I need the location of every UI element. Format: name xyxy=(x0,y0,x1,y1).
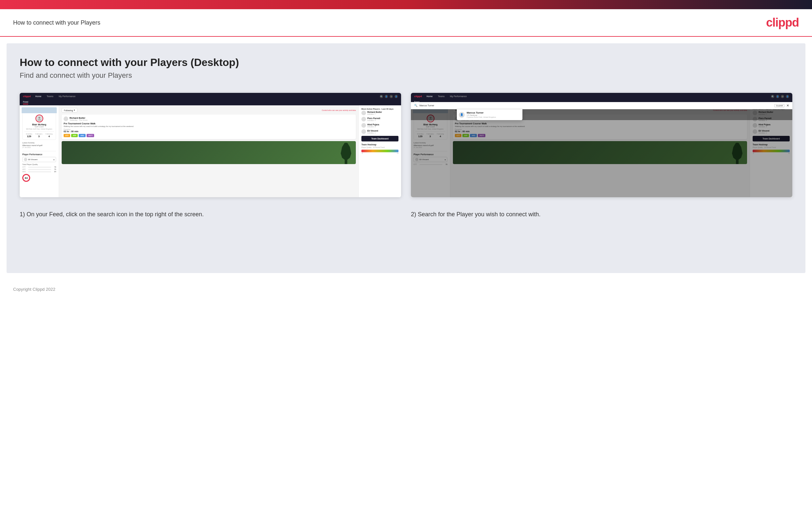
stat-followers-value: 3 xyxy=(36,135,42,138)
app-value: 70 xyxy=(52,168,56,170)
duration-value: 02 hr : 00 min xyxy=(64,130,354,133)
heatmap-label-neg: -5 xyxy=(362,153,363,154)
following-chevron: ▾ xyxy=(74,109,75,112)
desc-text-2: 2) Search for the Player you wish to con… xyxy=(411,210,792,219)
player-name-1: Richard Butler xyxy=(367,111,382,113)
following-label: Following xyxy=(64,109,73,112)
player-acts-4: Activities: 1 xyxy=(367,132,378,134)
player-dropdown[interactable]: Eli Vincent ▾ xyxy=(22,157,56,162)
control-link[interactable]: Control who can see your activity and da… xyxy=(322,109,356,111)
activity-user-info: Richard Butler Yesterday · The Grove xyxy=(69,117,88,121)
player-perf-title: Player Performance xyxy=(22,153,56,156)
nav-my-performance-2[interactable]: My Performance xyxy=(449,94,468,98)
result-info: Marcus Turner 1.5 Handicap Cypress Point… xyxy=(467,111,496,118)
nav-icons-2: 🔍 👤 ⚙ 👤 xyxy=(771,95,789,98)
search-results-container: 👤 Marcus Turner 1.5 Handicap Cypress Poi… xyxy=(411,109,792,120)
profile-stats-2: Activities129 Followers3 Following4 xyxy=(416,131,445,138)
activity-title: Pre Tournament Course Walk xyxy=(64,122,354,125)
screenshots-row: clippd Home Teams My Performance 🔍 👤 ⚙ 👤 xyxy=(20,93,792,197)
settings-icon-2[interactable]: ⚙ xyxy=(781,95,784,98)
nav-items-2: Home Teams My Performance xyxy=(425,94,768,98)
stat-activities-value: 129 xyxy=(26,135,33,138)
avatar-icon[interactable]: 👤 xyxy=(394,95,398,98)
perf-title-2: Player Performance xyxy=(414,153,447,156)
result-name: Marcus Turner xyxy=(467,111,496,114)
people-icon[interactable]: 👤 xyxy=(385,95,388,98)
clear-button[interactable]: CLEAR xyxy=(774,104,784,107)
player-avatar-2 xyxy=(362,117,366,121)
activity-name: Richard Butler xyxy=(69,117,88,119)
nav-home-2[interactable]: Home xyxy=(425,94,434,98)
profile-avatar xyxy=(36,115,43,122)
people-icon-2[interactable]: 👤 xyxy=(776,95,779,98)
search-icon-overlay: 🔍 xyxy=(414,104,418,107)
player-name-2: Piers Parnell xyxy=(367,117,380,120)
player-row: Eli Vincent xyxy=(24,158,37,161)
nav-teams-2[interactable]: Teams xyxy=(436,94,446,98)
main-heading: How to connect with your Players (Deskto… xyxy=(20,56,792,69)
nav-my-performance[interactable]: My Performance xyxy=(57,94,77,98)
arg-bar-track xyxy=(28,171,51,172)
list-item: Richard Butler Activities: 7 xyxy=(362,111,398,115)
player-avatar-1 xyxy=(362,111,366,115)
activity-avatar xyxy=(64,117,68,121)
screenshot-panel-1: clippd Home Teams My Performance 🔍 👤 ⚙ 👤 xyxy=(20,93,401,197)
stat-followers: Followers 3 xyxy=(36,133,42,138)
activity-card: Richard Butler Yesterday · The Grove Pre… xyxy=(62,115,356,139)
close-button[interactable]: ✕ xyxy=(786,104,789,107)
player-performance-section: Player Performance Eli Vincent ▾ Total P… xyxy=(22,151,56,182)
quality-label: Total Player Quality xyxy=(22,163,56,165)
ott-label: OTT xyxy=(22,166,27,168)
profile-role-2: Golf Coach xyxy=(416,126,445,128)
profile-name-2: Blair McHarg xyxy=(416,123,445,126)
dropdown-chevron: ▾ xyxy=(53,159,54,161)
settings-icon[interactable]: ⚙ xyxy=(390,95,393,98)
search-result-dropdown: 👤 Marcus Turner 1.5 Handicap Cypress Poi… xyxy=(457,109,522,120)
activity-desc: Walking the course with my coach to buil… xyxy=(64,125,354,127)
desc-panel-2: 2) Search for the Player you wish to con… xyxy=(411,207,792,222)
footer-text: Copyright Clippd 2022 xyxy=(13,287,55,292)
player-perf-2: Player Performance Eli Vincent ▾ OTT 79 xyxy=(414,151,447,165)
activity-photo xyxy=(62,141,356,164)
player-avatar-4 xyxy=(362,129,366,134)
team-dashboard-button[interactable]: Team Dashboard xyxy=(362,136,398,141)
nav-icons: 🔍 👤 ⚙ 👤 xyxy=(380,95,398,98)
nav-home[interactable]: Home xyxy=(34,94,43,98)
list-item: Eli Vincent Activities: 1 xyxy=(362,129,398,134)
search-icon[interactable]: 🔍 xyxy=(380,95,383,98)
right-panel: Most Active Players - Last 30 days Richa… xyxy=(359,105,401,197)
player-acts-1: Activities: 7 xyxy=(367,113,382,115)
stat-following: Following 4 xyxy=(46,133,52,138)
search-icon-2[interactable]: 🔍 xyxy=(771,95,774,98)
search-result-item[interactable]: 👤 Marcus Turner 1.5 Handicap Cypress Poi… xyxy=(459,111,520,118)
avatar-icon-2[interactable]: 👤 xyxy=(786,95,789,98)
search-input[interactable]: Marcus Turner xyxy=(420,104,772,107)
following-dropdown[interactable]: Following ▾ xyxy=(62,108,78,113)
desc-text-1: 1) On your Feed, click on the search ico… xyxy=(20,210,401,219)
arg-bar-row: ARG 64 xyxy=(22,171,56,173)
ott-bar-row: OTT 79 xyxy=(22,166,56,168)
search-overlay: 🔍 Marcus Turner CLEAR ✕ 👤 Marcus Turner … xyxy=(411,102,792,120)
heatmap-labels: -5 +5 xyxy=(362,153,398,154)
app-label: APP xyxy=(22,168,27,170)
player-avatar-3 xyxy=(362,123,366,128)
player-dropdown-2[interactable]: Eli Vincent ▾ xyxy=(414,157,447,162)
nav-teams[interactable]: Teams xyxy=(45,94,55,98)
middle-feed: Following ▾ Control who can see your act… xyxy=(59,105,359,197)
feed-tab[interactable]: Feed xyxy=(23,101,28,104)
profile-card: Blair McHarg Golf Coach Mill Ride Golf C… xyxy=(22,108,56,140)
page-title: How to connect with your Players xyxy=(13,19,100,26)
player-mini-avatar xyxy=(24,158,27,161)
team-heatmap-sub: Player Quality · 20 Round Trend xyxy=(362,146,398,148)
active-players-title: Most Active Players - Last 30 days xyxy=(362,108,398,110)
team-dashboard-btn-2[interactable]: Team Dashboard xyxy=(753,136,790,141)
player-name-label: Eli Vincent xyxy=(28,159,37,161)
profile-name: Blair McHarg xyxy=(24,123,54,126)
arg-label: ARG xyxy=(22,171,27,173)
heatmap-bar xyxy=(362,150,398,152)
ott-row-2: OTT 79 xyxy=(414,163,447,165)
stat-activities: Activities 129 xyxy=(26,133,33,138)
app-bar-track xyxy=(28,169,51,170)
screenshot-panel-2: clippd Home Teams My Performance 🔍 👤 ⚙ 👤 xyxy=(411,93,792,197)
app-nav-2: clippd Home Teams My Performance 🔍 👤 ⚙ 👤 xyxy=(411,93,792,100)
